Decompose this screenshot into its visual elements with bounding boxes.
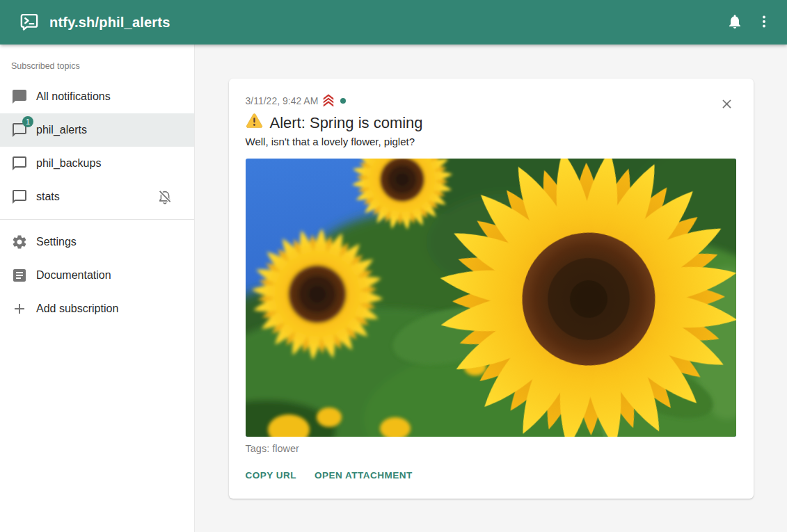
bell-icon: [726, 13, 743, 32]
close-notification-button[interactable]: [718, 96, 736, 114]
unread-count-badge: 1: [22, 116, 33, 127]
app-title: ntfy.sh/phil_alerts: [49, 15, 170, 31]
warning-emoji-icon: [246, 113, 263, 133]
unread-dot: [340, 98, 346, 104]
app-root: ntfy.sh/phil_alerts Subscribed topics: [0, 0, 787, 532]
notifications-button[interactable]: [720, 8, 749, 37]
sidebar-item-phil-backups[interactable]: phil_backups: [0, 147, 194, 180]
sidebar-item-label: Settings: [36, 236, 77, 248]
sidebar-item-documentation[interactable]: Documentation: [0, 259, 194, 292]
sidebar-item-label: All notifications: [36, 90, 111, 103]
notification-actions: COPY URL OPEN ATTACHMENT: [246, 469, 737, 482]
sidebar-divider: [0, 219, 194, 220]
plus-icon: [11, 300, 28, 317]
sidebar-item-stats[interactable]: stats: [0, 180, 194, 213]
notification-meta-row: 3/11/22, 9:42 AM: [246, 94, 737, 108]
chat-bubble-outline-icon: 1: [11, 122, 28, 138]
sidebar-item-settings[interactable]: Settings: [0, 225, 194, 259]
sidebar-item-label: stats: [36, 191, 60, 203]
chat-bubble-filled-icon: [11, 88, 28, 105]
chat-bubble-outline-icon: [11, 155, 28, 172]
content-area: Subscribed topics All notifications 1 ph…: [0, 45, 787, 532]
bell-off-icon: [157, 188, 173, 205]
sidebar-item-label: phil_alerts: [36, 124, 87, 136]
notification-tags: Tags: flower: [246, 443, 737, 454]
subscribed-topics-label: Subscribed topics: [0, 45, 194, 80]
sidebar-item-label: Documentation: [36, 269, 111, 282]
sidebar-item-label: phil_backups: [36, 157, 101, 170]
notification-body: Well, isn't that a lovely flower, piglet…: [246, 136, 737, 147]
notification-title-row: Alert: Spring is coming: [246, 113, 737, 133]
ntfy-logo-icon: [19, 12, 40, 33]
notification-timestamp: 3/11/22, 9:42 AM: [246, 95, 319, 106]
sidebar-item-all-notifications[interactable]: All notifications: [0, 80, 194, 113]
attachment-image[interactable]: [246, 159, 736, 437]
main-area: 3/11/22, 9:42 AM: [195, 45, 787, 532]
app-bar: ntfy.sh/phil_alerts: [0, 0, 787, 45]
notification-card: 3/11/22, 9:42 AM: [229, 79, 754, 499]
notification-title: Alert: Spring is coming: [270, 114, 423, 132]
sidebar: Subscribed topics All notifications 1 ph…: [0, 45, 195, 532]
kebab-menu-icon: [756, 13, 772, 32]
close-icon: [720, 97, 734, 113]
sunflower-photo-graphic: [246, 159, 736, 437]
open-attachment-button[interactable]: OPEN ATTACHMENT: [315, 469, 413, 482]
document-icon: [11, 267, 28, 284]
priority-max-icon: [322, 94, 335, 108]
sidebar-item-add-subscription[interactable]: Add subscription: [0, 292, 194, 325]
sidebar-item-phil-alerts[interactable]: 1 phil_alerts: [0, 113, 194, 147]
chat-bubble-outline-icon: [11, 188, 28, 205]
gear-icon: [11, 234, 28, 250]
copy-url-button[interactable]: COPY URL: [246, 469, 297, 482]
sidebar-item-label: Add subscription: [36, 303, 118, 315]
overflow-menu-button[interactable]: [749, 8, 779, 37]
